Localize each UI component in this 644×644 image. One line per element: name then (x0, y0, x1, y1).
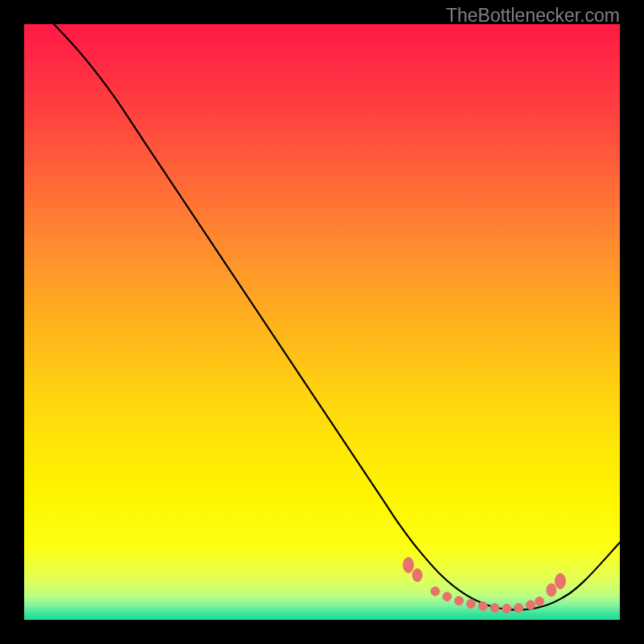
plot-area (24, 24, 620, 620)
marker-point (443, 592, 452, 601)
marker-point (478, 601, 487, 610)
marker-point (526, 601, 535, 609)
plot-svg (24, 24, 620, 620)
marker-point (403, 557, 414, 572)
attribution-text: TheBottlenecker.com (446, 5, 620, 27)
gradient-background (24, 24, 620, 620)
chart-frame: TheBottlenecker.com (0, 0, 644, 644)
marker-point (412, 569, 422, 582)
marker-point (490, 604, 499, 613)
marker-point (555, 573, 566, 588)
marker-point (502, 604, 511, 613)
marker-point (431, 587, 440, 596)
marker-point (455, 597, 464, 605)
marker-point (514, 604, 523, 613)
marker-point (467, 600, 476, 609)
marker-point (535, 597, 544, 606)
marker-point (547, 584, 556, 597)
